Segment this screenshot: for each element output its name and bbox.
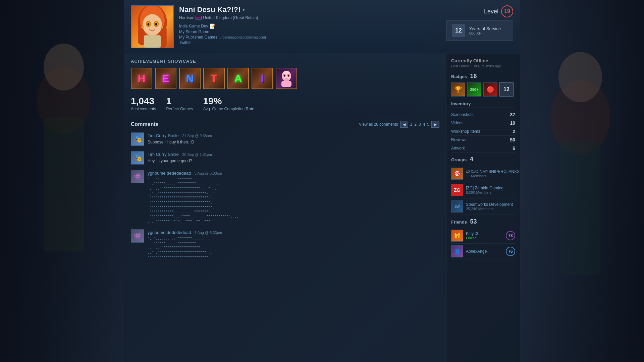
ach-icon-t[interactable]: T xyxy=(203,68,225,89)
stat-perfect-label: Perfect Games xyxy=(166,107,193,111)
svg-rect-19 xyxy=(144,35,161,48)
years-xp: 600 XP xyxy=(469,31,501,35)
inventory-row-videos[interactable]: Videos 10 xyxy=(451,119,515,127)
group-item-sw[interactable]: SW Steamworks Development 25,249 Members xyxy=(451,198,515,215)
friend-name-2: AphexAngel xyxy=(466,249,488,254)
comment-avatar-2: 🎭 xyxy=(131,151,144,165)
workshop-label[interactable]: Workshop Items xyxy=(451,129,480,134)
svg-point-18 xyxy=(161,26,163,28)
friend-info-1: Kitty :3 Online xyxy=(466,231,478,240)
artwork-label[interactable]: Artwork xyxy=(451,146,465,150)
inventory-row-artwork[interactable]: Artwork 6 xyxy=(451,144,515,153)
group-item-sniper[interactable]: 🎯 xXXJOINMYSNIPERCLANXXx 11 Members xyxy=(451,166,515,182)
friends-section: Friends 53 😺 Kitty :3 Online 78 👤 AphexA… xyxy=(451,218,515,259)
friend-level-1: 78 xyxy=(506,231,515,240)
twitter-link[interactable]: Twitter xyxy=(179,40,441,45)
comment-author-3[interactable]: ygnoume dedededead xyxy=(148,171,191,176)
comment-date-1: 21 Sep @ 9:38am xyxy=(182,134,212,138)
svg-point-15 xyxy=(147,23,149,25)
published-games-link[interactable]: My Published Games [urbanmeadowspublishi… xyxy=(179,35,441,40)
page-2[interactable]: 2 xyxy=(414,122,417,127)
ach-icon-char[interactable] xyxy=(276,68,297,89)
comment-body-4: ygnoume dedededead 3 Aug @ 5:33pm '. ':.… xyxy=(148,229,439,260)
comment-avatar-3: 👾 xyxy=(131,170,144,183)
badges-title: Badges 16 xyxy=(451,73,515,80)
groups-section: Groups 4 🎯 xXXJOINMYSNIPERCLANXXx 11 Mem… xyxy=(451,156,515,215)
showcase-title: Achievement Showcase xyxy=(131,59,439,64)
group-info-sniper: xXXJOINMYSNIPERCLANXXx 11 Members xyxy=(466,169,520,178)
comments-nav: View all 28 comments ◀ 1 2 3 4 5 ▶ xyxy=(359,121,439,128)
comments-header: Comments View all 28 comments ◀ 1 2 3 4 … xyxy=(131,121,439,128)
ach-icon-i[interactable]: I xyxy=(252,68,273,89)
bio-title: Indie Game Dev 📝 xyxy=(179,23,441,29)
achievement-icons: H E N T A I xyxy=(131,68,439,89)
badges-section: Badges 16 🏆 250+ 🔴 12 xyxy=(451,73,515,97)
group-name-zg: [ZG] Zombie Gaming xyxy=(466,186,503,190)
page-1[interactable]: 1 xyxy=(410,122,413,127)
comment-text-2: Hey, is your game good? xyxy=(148,158,439,164)
right-character-bg xyxy=(517,0,644,362)
last-online: Last Online 1 hrs, 25 mins ago xyxy=(451,64,515,68)
comment-author-4[interactable]: ygnoume dedededead xyxy=(148,230,191,235)
artwork-count: 6 xyxy=(513,145,515,151)
avatar[interactable] xyxy=(131,5,174,48)
inventory-row-reviews[interactable]: Reviews 50 xyxy=(451,136,515,144)
ach-icon-n[interactable]: N xyxy=(179,68,201,89)
svg-rect-26 xyxy=(281,81,291,87)
comment-text-3: '. ':.... ..'"""""""...... . .'"""""....… xyxy=(148,177,439,224)
avatar-image xyxy=(131,6,173,48)
group-members-sniper: 11 Members xyxy=(466,174,520,178)
friend-avatar-2: 👤 xyxy=(451,245,463,257)
comment-item: 🎭 Tim Curry Smile 21 Sep @ 9:38am Suppos… xyxy=(131,132,439,146)
group-item-zg[interactable]: ZG [ZG] Zombie Gaming 8,090 Members xyxy=(451,182,515,198)
ach-icon-h[interactable]: H xyxy=(131,68,152,89)
steam-game-link[interactable]: My Steam Game xyxy=(179,29,441,34)
ach-icon-a[interactable]: A xyxy=(227,68,249,89)
comment-body-1: Tim Curry Smile 21 Sep @ 9:38am Suppose … xyxy=(148,132,439,146)
main-container: Nani Desu Ka?!?! ▾ Harrison United Kingd… xyxy=(124,0,520,362)
friend-item-1[interactable]: 😺 Kitty :3 Online 78 xyxy=(451,228,515,244)
groups-title: Groups 4 xyxy=(451,156,515,163)
stat-achievements-number: 1,043 xyxy=(131,96,156,107)
years-info: Years of Service 600 XP xyxy=(469,26,501,35)
friend-level-2: 76 xyxy=(506,247,515,256)
years-number: 12 xyxy=(452,24,465,37)
ach-icon-e[interactable]: E xyxy=(155,68,176,89)
next-page-btn[interactable]: ▶ xyxy=(431,121,439,128)
badge-red[interactable]: 🔴 xyxy=(483,82,497,97)
prev-page-btn[interactable]: ◀ xyxy=(400,121,408,128)
badge-gold[interactable]: 🏆 xyxy=(451,82,465,97)
badge-12[interactable]: 12 xyxy=(499,82,514,97)
friend-status-1: Online xyxy=(466,236,478,240)
level-label: Level xyxy=(484,8,498,15)
left-column: Achievement Showcase H E N T A I xyxy=(124,54,446,362)
reviews-label[interactable]: Reviews xyxy=(451,137,466,142)
comment-author-2[interactable]: Tim Curry Smile xyxy=(148,152,179,157)
stat-completion-number: 19% xyxy=(203,96,254,107)
badge-250[interactable]: 250+ xyxy=(467,82,481,97)
level-number: 19 xyxy=(501,5,513,17)
inventory-row-workshop[interactable]: Workshop Items 2 xyxy=(451,127,515,136)
page-3[interactable]: 3 xyxy=(419,122,421,127)
stat-completion-rate: 19% Avg. Game Completion Rate xyxy=(203,96,254,111)
comment-avatar-4: 👾 xyxy=(131,229,144,243)
group-members-sw: 25,249 Members xyxy=(466,207,513,211)
group-info-sw: Steamworks Development 25,249 Members xyxy=(466,202,513,211)
comment-item-3: 👾 ygnoume dedededead 3 Aug @ 5:33pm '. '… xyxy=(131,170,439,224)
svg-point-17 xyxy=(141,26,144,28)
friend-item-2[interactable]: 👤 AphexAngel 76 xyxy=(451,244,515,259)
comment-date-3: 3 Aug @ 5:33pm xyxy=(195,171,222,175)
level-section: Level 19 12 Years of Service 600 XP xyxy=(446,5,513,41)
screenshots-label[interactable]: Screenshots xyxy=(451,112,474,117)
comment-author-1[interactable]: Tim Curry Smile xyxy=(148,133,179,138)
videos-label[interactable]: Videos xyxy=(451,121,463,125)
inventory-section: Inventory Screenshots 37 Videos 10 Works… xyxy=(451,101,515,153)
svg-point-4 xyxy=(558,52,602,102)
profile-dropdown-arrow[interactable]: ▾ xyxy=(243,7,245,12)
inventory-row-screenshots[interactable]: Screenshots 37 xyxy=(451,111,515,119)
page-4[interactable]: 4 xyxy=(423,122,425,127)
group-members-zg: 8,090 Members xyxy=(466,190,503,194)
page-5[interactable]: 5 xyxy=(427,122,429,127)
profile-name: Nani Desu Ka?!?! ▾ xyxy=(179,5,441,14)
view-all-comments[interactable]: View all 28 comments xyxy=(359,122,398,127)
